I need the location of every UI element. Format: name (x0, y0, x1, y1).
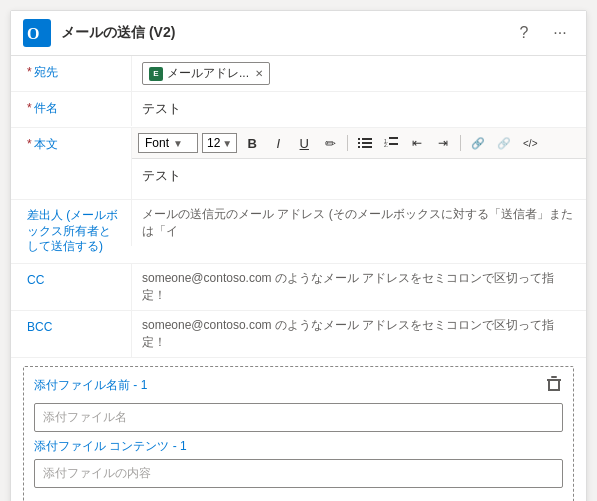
svg-rect-7 (362, 146, 372, 148)
attachment-content-label: 添付ファイル コンテンツ - 1 (34, 438, 563, 455)
italic-button[interactable]: I (267, 132, 289, 154)
card-header: O メールの送信 (V2) ? ··· (11, 11, 586, 56)
body-value: テスト (142, 168, 181, 183)
body-editor[interactable]: テスト (132, 159, 586, 199)
toolbar-divider-1 (347, 135, 348, 151)
tag-excel-icon: E (149, 67, 163, 81)
body-row: *本文 Font ▼ 12 ▼ B I U ✏ (11, 128, 586, 200)
attachment-header: 添付ファイル名前 - 1 (34, 375, 563, 397)
bcc-field[interactable]: someone@contoso.com のようなメール アドレスをセミコロンで区… (131, 311, 586, 357)
indent-decrease-button[interactable]: ⇤ (406, 132, 428, 154)
bcc-row: BCC someone@contoso.com のようなメール アドレスをセミコ… (11, 311, 586, 358)
tag-text: メールアドレ... (167, 65, 249, 82)
font-select-label: Font (145, 136, 169, 150)
attachment-section: 添付ファイル名前 - 1 添付ファイル名 添付ファイル コンテンツ - 1 添付… (23, 366, 574, 501)
cc-placeholder: someone@contoso.com のようなメール アドレスをセミコロンで区… (142, 271, 554, 302)
underline-button[interactable]: U (293, 132, 315, 154)
svg-text:O: O (27, 25, 39, 42)
size-chevron-icon: ▼ (222, 138, 232, 149)
sender-label: 差出人 (メールボックス所有者として送信する) (11, 200, 131, 263)
bcc-label: BCC (11, 311, 131, 344)
svg-rect-11 (389, 143, 398, 145)
tag-close-button[interactable]: ✕ (255, 68, 263, 79)
subject-value: テスト (142, 98, 576, 120)
link-button[interactable]: 🔗 (467, 132, 489, 154)
to-tag: E メールアドレ... ✕ (142, 62, 270, 85)
attachment-delete-button[interactable] (545, 375, 563, 397)
to-required: * (27, 65, 32, 79)
svg-rect-16 (548, 389, 560, 391)
help-button[interactable]: ? (510, 19, 538, 47)
body-editor-wrapper: Font ▼ 12 ▼ B I U ✏ 1. (131, 128, 586, 199)
cc-field[interactable]: someone@contoso.com のようなメール アドレスをセミコロンで区… (131, 264, 586, 310)
font-select[interactable]: Font ▼ (138, 133, 198, 153)
ul-icon (358, 136, 372, 150)
subject-label: *件名 (11, 92, 131, 125)
body-label: *本文 (11, 128, 131, 161)
body-required: * (27, 137, 32, 151)
cc-label: CC (11, 264, 131, 297)
indent-increase-button[interactable]: ⇥ (432, 132, 454, 154)
ol-icon: 1.2. (384, 136, 398, 150)
font-size-value: 12 (207, 136, 220, 150)
to-row: *宛先 E メールアドレ... ✕ (11, 56, 586, 92)
main-card: O メールの送信 (V2) ? ··· *宛先 E メールアドレ... ✕ (10, 10, 587, 501)
ordered-list-button[interactable]: 1.2. (380, 132, 402, 154)
unordered-list-button[interactable] (354, 132, 376, 154)
cc-row: CC someone@contoso.com のようなメール アドレスをセミコロ… (11, 264, 586, 311)
to-tag-input: E メールアドレ... ✕ (142, 62, 576, 85)
sender-field[interactable]: メールの送信元のメール アドレス (そのメールボックスに対する「送信者」または「… (131, 200, 586, 246)
window-title: メールの送信 (V2) (61, 24, 510, 42)
sender-row: 差出人 (メールボックス所有者として送信する) メールの送信元のメール アドレス… (11, 200, 586, 264)
svg-rect-13 (551, 376, 557, 378)
card-body: *宛先 E メールアドレ... ✕ *件名 テスト (11, 56, 586, 501)
editor-toolbar: Font ▼ 12 ▼ B I U ✏ 1. (132, 128, 586, 159)
toolbar-divider-2 (460, 135, 461, 151)
text-color-button[interactable]: ✏ (319, 132, 341, 154)
subject-row: *件名 テスト (11, 92, 586, 128)
outlook-icon: O (23, 19, 51, 47)
sender-placeholder: メールの送信元のメール アドレス (そのメールボックスに対する「送信者」または「… (142, 207, 573, 238)
svg-rect-4 (358, 142, 360, 144)
attachment-content-placeholder: 添付ファイルの内容 (43, 466, 151, 480)
code-button[interactable]: </> (519, 132, 541, 154)
attachment-name-field[interactable]: 添付ファイル名 (34, 403, 563, 432)
font-chevron-icon: ▼ (173, 138, 183, 149)
bcc-placeholder: someone@contoso.com のようなメール アドレスをセミコロンで区… (142, 318, 554, 349)
header-actions: ? ··· (510, 19, 574, 47)
to-field[interactable]: E メールアドレ... ✕ (131, 56, 586, 91)
attachment-section-label: 添付ファイル名前 - 1 (34, 377, 147, 394)
svg-rect-2 (358, 138, 360, 140)
more-button[interactable]: ··· (546, 19, 574, 47)
subject-field[interactable]: テスト (131, 92, 586, 126)
svg-rect-6 (358, 146, 360, 148)
to-label: *宛先 (11, 56, 131, 89)
bold-button[interactable]: B (241, 132, 263, 154)
svg-rect-5 (362, 142, 372, 144)
svg-rect-9 (389, 137, 398, 139)
attachment-content-field[interactable]: 添付ファイルの内容 (34, 459, 563, 488)
svg-rect-12 (547, 379, 561, 381)
svg-text:2.: 2. (384, 142, 388, 148)
font-size-select[interactable]: 12 ▼ (202, 133, 237, 153)
unlink-button[interactable]: 🔗 (493, 132, 515, 154)
svg-rect-3 (362, 138, 372, 140)
subject-required: * (27, 101, 32, 115)
attachment-name-placeholder: 添付ファイル名 (43, 410, 127, 424)
